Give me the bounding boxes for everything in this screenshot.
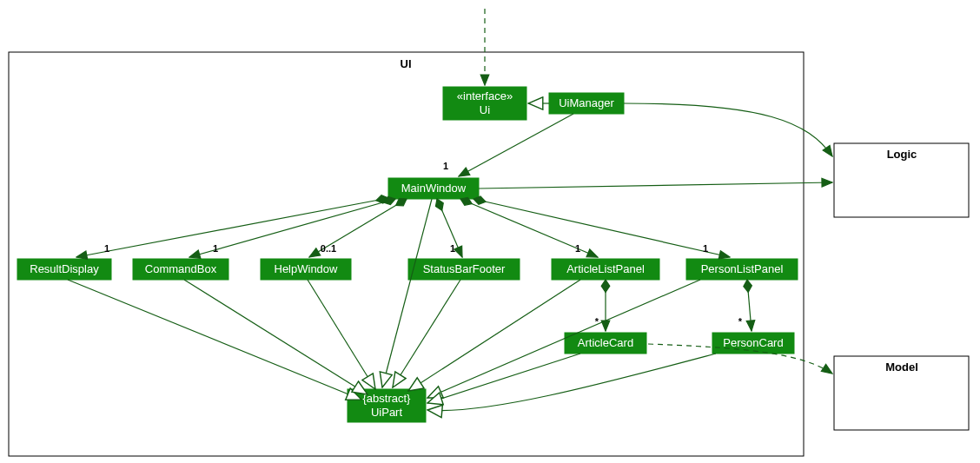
node-uipart: {abstract} UiPart [348, 389, 426, 422]
edge-personcard-uipart [427, 354, 716, 411]
edge-resultdisplay-uipart [68, 280, 361, 400]
node-mainwindow: MainWindow [388, 178, 479, 199]
edge-personlist-uipart [427, 280, 700, 398]
external-logic-label: Logic [887, 148, 917, 161]
mult-commandbox: 1 [213, 243, 218, 254]
svg-text:UiManager: UiManager [559, 96, 614, 109]
svg-text:PersonCard: PersonCard [723, 336, 783, 349]
node-resultdisplay: ResultDisplay [17, 259, 111, 280]
svg-text:«interface»: «interface» [457, 89, 513, 103]
edge-uimanager-to-mainwindow [459, 114, 573, 176]
edge-uimanager-to-logic [624, 103, 832, 156]
svg-text:MainWindow: MainWindow [401, 182, 467, 195]
mult-statusbar: 1 [450, 243, 455, 254]
edge-personlist-personcard [747, 280, 752, 331]
edge-commandbox-uipart [184, 280, 368, 394]
svg-text:CommandBox: CommandBox [145, 262, 217, 275]
svg-text:HelpWindow: HelpWindow [275, 262, 339, 275]
svg-text:ArticleCard: ArticleCard [578, 336, 633, 349]
edge-articlelist-uipart [408, 280, 580, 391]
edge-helpwindow-uipart [308, 280, 375, 389]
package-ui-label: UI [401, 57, 412, 70]
svg-text:UiPart: UiPart [371, 406, 403, 419]
mult-personlist: 1 [703, 243, 708, 254]
edge-mw-resultdisplay [76, 198, 388, 257]
svg-text:Ui: Ui [480, 103, 490, 116]
node-personlist: PersonListPanel [686, 259, 798, 280]
node-articlecard: ArticleCard [565, 333, 646, 354]
svg-text:PersonListPanel: PersonListPanel [701, 262, 784, 275]
svg-text:ArticleListPanel: ArticleListPanel [566, 262, 645, 275]
edge-mainwindow-to-logic [479, 182, 832, 189]
node-commandbox: CommandBox [133, 259, 228, 280]
node-uimanager: UiManager [549, 93, 624, 114]
mult-helpwindow: 0..1 [321, 243, 336, 254]
node-helpwindow: HelpWindow [261, 259, 351, 280]
edge-articlecard-uipart [427, 354, 580, 403]
node-statusbar: StatusBarFooter [408, 259, 520, 280]
node-ui-interface: «interface» Ui [443, 87, 526, 120]
edge-mainwindow-uipart [382, 199, 432, 387]
external-model-label: Model [885, 360, 918, 374]
edge-statusbar-uipart [393, 280, 460, 387]
edge-mw-personlist [473, 199, 730, 257]
svg-text:ResultDisplay: ResultDisplay [30, 262, 99, 275]
mult-resultdisplay: 1 [104, 243, 109, 254]
edge-mw-commandbox [189, 199, 395, 257]
node-articlelist: ArticleListPanel [552, 259, 659, 280]
mult-articlelist: 1 [575, 243, 580, 254]
mult-mainwindow: 1 [443, 161, 448, 171]
svg-text:StatusBarFooter: StatusBarFooter [423, 262, 506, 275]
svg-text:{abstract}: {abstract} [363, 392, 412, 405]
mult-personcard: * [738, 316, 743, 327]
